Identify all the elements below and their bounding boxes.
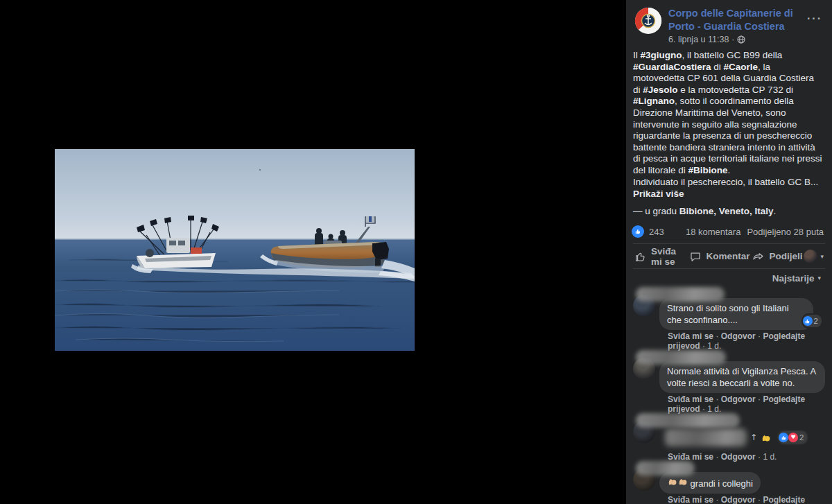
more-options-icon[interactable]: ···: [807, 15, 822, 22]
comment-bubble-icon: [689, 250, 702, 263]
hashtag-link[interactable]: #GuardiaCostiera: [633, 62, 711, 72]
comment: Normale attività di Vigilanza Pesca. A v…: [633, 352, 825, 414]
comment-timestamp[interactable]: 1 d.: [707, 341, 721, 351]
hashtag-link[interactable]: #Lignano: [633, 96, 675, 106]
comment: grandi i colleghiSviđa mi se · Odgovor ·…: [633, 463, 825, 504]
redacted-commenter-name[interactable]: [636, 287, 725, 302]
reaction-count: 2: [799, 432, 804, 444]
comment-like-link[interactable]: Sviđa mi se: [668, 331, 713, 341]
comment-like-link[interactable]: Sviđa mi se: [668, 452, 713, 462]
post-text-segment: e la motovedetta CP 732 di: [678, 85, 796, 95]
comment: Strano di solito sono gli Italiani che s…: [633, 289, 825, 351]
comment-action-links: Sviđa mi se · Odgovor · 1 d.: [668, 452, 825, 462]
comment: ↑♥2Sviđa mi se · Odgovor · 1 d.: [633, 415, 825, 462]
post-location: — u gradu Bibione, Veneto, Italy.: [626, 200, 832, 216]
like-button[interactable]: Sviđa mi se: [633, 243, 688, 270]
redacted-commenter-name[interactable]: [636, 461, 695, 476]
comment-reactions-badge[interactable]: 2: [801, 313, 823, 329]
love-reaction-icon: ♥: [788, 433, 798, 442]
comment-action-links: Sviđa mi se · Odgovor · Pogledajte prije…: [668, 394, 825, 414]
hashtag-link[interactable]: #Bibione: [688, 165, 728, 175]
page-name-link[interactable]: Corpo delle Capitanerie di Porto - Guard…: [668, 7, 807, 33]
reply-link[interactable]: Odgovor: [721, 394, 756, 404]
muscle-emoji: [677, 476, 688, 487]
page-avatar[interactable]: [634, 7, 662, 35]
comment-like-link[interactable]: Sviđa mi se: [668, 495, 713, 504]
chevron-down-icon: ▾: [820, 253, 824, 260]
muscle-emoji: [667, 476, 677, 487]
post-text-segment: , sotto il coordinamento della Direzione…: [633, 96, 824, 175]
like-reaction-icon: [632, 225, 644, 238]
location-link[interactable]: Bibione, Veneto, Italy: [679, 206, 774, 216]
current-user-avatar: [804, 250, 817, 263]
post-photo[interactable]: [55, 149, 415, 351]
comment-timestamp[interactable]: 1 d.: [763, 452, 777, 462]
comment-action-links: Sviđa mi se · Odgovor · Pogledajte prije…: [668, 331, 825, 351]
thumb-up-icon: [634, 250, 647, 263]
comment-text: Strano di solito sono gli Italiani che s…: [667, 303, 789, 325]
hashtag-link[interactable]: #Jesolo: [643, 85, 677, 95]
comments-count-link[interactable]: 18 komentara: [686, 227, 741, 237]
post-text-segment: , il battello GC B99 della: [682, 50, 786, 60]
comment-as-selector[interactable]: ▾: [804, 250, 824, 263]
muscle-emoji: [761, 433, 771, 443]
post-text-segment: di: [711, 62, 724, 72]
hashtag-link[interactable]: #Caorle: [724, 62, 759, 72]
like-reaction-icon: [803, 316, 813, 326]
share-button[interactable]: Podijeli: [751, 247, 804, 266]
comment-bubble: ↑♥2: [659, 424, 814, 451]
comments-list: Strano di solito sono gli Italiani che s…: [626, 287, 832, 504]
comment-text: grandi i colleghi: [688, 478, 753, 489]
share-arrow-icon: [752, 250, 765, 263]
post-timestamp[interactable]: 6. lipnja u 11:38·: [668, 35, 807, 44]
reaction-count: 2: [814, 315, 818, 327]
comment-bubble: Strano di solito sono gli Italiani che s…: [659, 298, 813, 330]
comment-sort-selector[interactable]: Najstarije▾: [626, 269, 832, 287]
hashtag-link[interactable]: #3giugno: [641, 50, 682, 60]
comment-like-link[interactable]: Sviđa mi se: [668, 394, 713, 404]
photo-sky: [55, 149, 415, 240]
redacted-commenter-name[interactable]: [636, 413, 740, 428]
post-header: Corpo delle Capitanerie di Porto - Guard…: [626, 0, 832, 44]
redacted-comment-text: [665, 428, 747, 446]
redacted-commenter-name[interactable]: [636, 350, 726, 365]
comment-timestamp[interactable]: 1 d.: [707, 404, 721, 414]
comment-text: Normale attività di Vigilanza Pesca. A v…: [667, 366, 815, 388]
comment-bubble: Normale attività di Vigilanza Pesca. A v…: [659, 361, 825, 393]
reaction-count[interactable]: 243: [632, 225, 664, 238]
up-arrow-icon: ↑: [750, 432, 757, 444]
action-bar: Sviđa mi se Komentar Podijeli ▾: [626, 244, 832, 268]
chevron-down-icon: ▾: [817, 275, 821, 281]
reply-link[interactable]: Odgovor: [721, 331, 756, 341]
engagement-stats: 243 18 komentara Podijeljeno 28 puta: [626, 225, 832, 243]
see-more-link[interactable]: Prikaži više: [626, 188, 832, 200]
globe-icon: [737, 35, 745, 44]
comment-reactions-badge[interactable]: ♥2: [777, 430, 808, 445]
post-text-segment: Il: [633, 50, 641, 60]
post-panel: Corpo delle Capitanerie di Porto - Guard…: [626, 0, 832, 504]
comment-button[interactable]: Komentar: [688, 247, 751, 266]
reply-link[interactable]: Odgovor: [721, 452, 756, 462]
comment-action-links: Sviđa mi se · Odgovor · Pogledajte prije…: [668, 495, 825, 504]
reply-link[interactable]: Odgovor: [721, 495, 756, 504]
post-text: Il #3giugno, il battello GC B99 della #G…: [626, 44, 832, 188]
shares-count-link[interactable]: Podijeljeno 28 puta: [747, 227, 824, 237]
like-reaction-icon: [779, 433, 788, 442]
photo-theater-stage: [0, 0, 626, 504]
